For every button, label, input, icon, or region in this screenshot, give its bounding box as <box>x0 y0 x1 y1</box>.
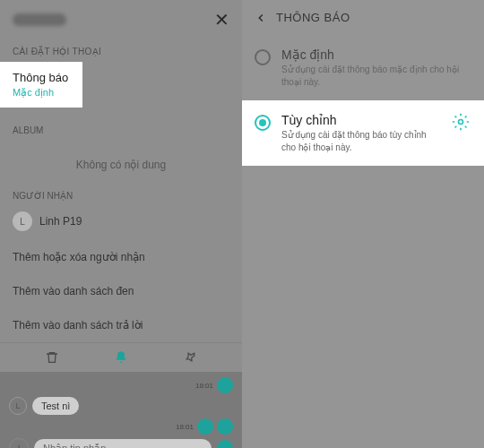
notification-value: Mặc định <box>13 87 70 99</box>
incoming-message: L Test nì <box>9 397 233 415</box>
voice-badge-icon <box>197 418 213 435</box>
option-default-desc: Sử dụng cài đặt thông báo mặc định cho h… <box>281 64 470 88</box>
message-time: 18:01 <box>176 423 194 431</box>
option-custom-title: Tùy chỉnh <box>281 113 441 127</box>
message-input[interactable]: Nhập tin nhắn <box>34 439 212 449</box>
close-icon[interactable]: ✕ <box>214 9 229 30</box>
album-empty-text: Không có nội dung <box>0 148 242 185</box>
avatar: L <box>9 397 27 415</box>
message-bubble: Test nì <box>32 397 79 415</box>
blacklist-row[interactable]: Thêm vào danh sách đen <box>0 274 242 308</box>
svg-point-0 <box>459 120 463 125</box>
chat-settings-label: CÀI ĐẶT HỘI THOẠI <box>0 38 242 62</box>
radio-unchecked-icon[interactable] <box>255 49 271 65</box>
add-remove-recipient-row[interactable]: Thêm hoặc xóa người nhận <box>0 240 242 274</box>
notification-setting-row[interactable]: Thông báo Mặc định <box>0 62 82 108</box>
replylist-row[interactable]: Thêm vào danh sách trả lời <box>0 308 242 342</box>
gear-icon[interactable] <box>452 113 470 131</box>
option-default[interactable]: Mặc định Sử dụng cài đặt thông báo mặc đ… <box>242 35 484 100</box>
add-attachment-button[interactable]: + <box>9 438 29 448</box>
album-label: ALBUM <box>13 125 242 135</box>
chat-title-blurred <box>13 13 66 26</box>
pin-icon[interactable] <box>183 350 197 365</box>
back-icon[interactable] <box>255 12 267 24</box>
notification-settings-panel: THÔNG BÁO Mặc định Sử dụng cài đặt thông… <box>242 0 484 448</box>
chat-settings-panel: ✕ CÀI ĐẶT HỘI THOẠI Thông báo Mặc định A… <box>0 0 242 448</box>
message-time: 18:01 <box>195 382 213 390</box>
send-voice-icon[interactable] <box>217 440 233 448</box>
message-preview-area: 18:01 L Test nì 18:01 + Nhập tin nhắn <box>0 372 242 448</box>
voice-badge-icon <box>217 377 233 393</box>
voice-badge-icon <box>217 418 233 435</box>
page-title: THÔNG BÁO <box>276 11 350 24</box>
trash-icon[interactable] <box>45 350 59 365</box>
option-default-title: Mặc định <box>281 47 470 62</box>
toolbar <box>0 342 242 372</box>
notification-label: Thông báo <box>13 71 70 84</box>
bell-icon[interactable] <box>114 350 128 365</box>
option-custom-desc: Sử dụng cài đặt thông báo tùy chỉnh cho … <box>281 129 441 153</box>
avatar: L <box>13 211 32 231</box>
recipients-label: NGƯỜI NHẬN <box>0 185 242 208</box>
radio-checked-icon[interactable] <box>255 115 271 131</box>
option-custom[interactable]: Tùy chỉnh Sử dụng cài đặt thông báo tùy … <box>242 100 484 166</box>
recipient-row[interactable]: L Linh P19 <box>0 208 242 240</box>
recipient-name: Linh P19 <box>39 215 82 228</box>
